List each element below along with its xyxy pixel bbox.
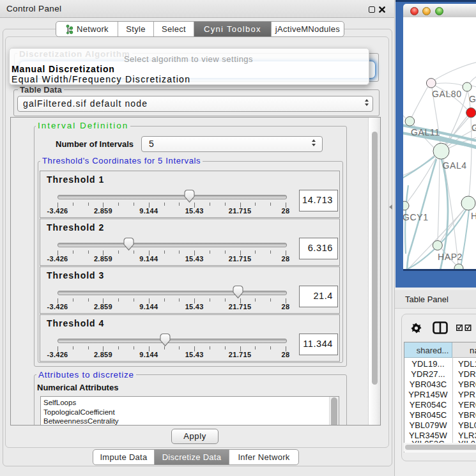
svg-text:HA: HA bbox=[471, 211, 476, 221]
svg-text:G: G bbox=[472, 123, 476, 133]
svg-text:GAL11: GAL11 bbox=[411, 127, 440, 137]
svg-text:GAL4: GAL4 bbox=[443, 160, 467, 171]
svg-text:GA: GA bbox=[469, 94, 476, 104]
svg-text:GCY1: GCY1 bbox=[403, 212, 429, 222]
svg-text:HAP2: HAP2 bbox=[438, 252, 463, 262]
svg-text:GAL80: GAL80 bbox=[432, 89, 462, 99]
